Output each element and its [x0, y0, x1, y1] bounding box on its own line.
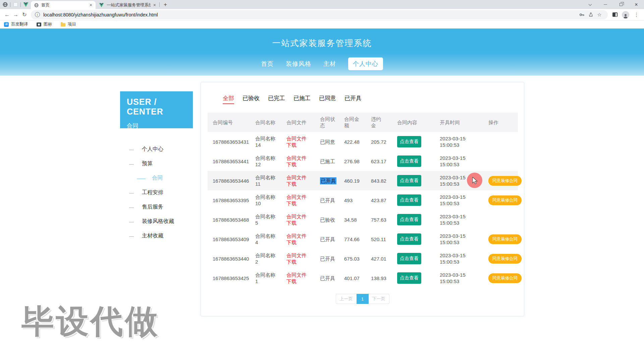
view-contract-button[interactable]: 点击查看 [397, 272, 421, 284]
agree-contract-button[interactable]: 同意装修合同 [488, 176, 522, 186]
browser-tab-home[interactable]: 首页 × [31, 1, 96, 9]
next-page-button[interactable]: 下一页 [369, 294, 389, 304]
browser-menu-icon[interactable]: ⋮ [632, 12, 641, 18]
nav-decoration-style[interactable]: 装修风格 [286, 60, 311, 68]
issue-time-text: 2023-03-15 15:00:53 [440, 174, 470, 187]
sidebar-item-personal-center[interactable]: —个人中心 [129, 142, 200, 156]
nav-main-material[interactable]: 主材 [323, 60, 336, 68]
view-contract-button[interactable]: 点击查看 [397, 155, 421, 167]
sidebar-item-style-favorites[interactable]: —装修风格收藏 [129, 214, 200, 229]
sidebar-item-after-sales[interactable]: —售后服务 [129, 200, 200, 214]
contract-file-download-link[interactable]: 合同文件下载 [286, 252, 310, 265]
table-row: 1678863653425合同名称 1合同文件下载已开具401.07138.93… [208, 268, 518, 288]
contract-file-download-link[interactable]: 合同文件下载 [286, 174, 310, 187]
agree-contract-button[interactable]: 同意装修合同 [488, 254, 522, 264]
password-key-icon[interactable] [578, 12, 586, 17]
view-contract-button[interactable]: 点击查看 [397, 194, 421, 206]
contract-id-text: 1678863653425 [213, 275, 249, 281]
prev-page-button[interactable]: 上一页 [336, 294, 357, 304]
nav-personal-center[interactable]: 个人中心 [348, 57, 383, 70]
contract-file-download-link[interactable]: 合同文件下载 [286, 272, 310, 284]
issue-time: 2023-03-15 15:00:53 [435, 233, 483, 245]
browser-tab-system[interactable]: 一站式家装服务管理系统 × [96, 1, 159, 9]
penalty-amount-text: 623.17 [371, 158, 386, 165]
contract-id-text: 1678863653409 [213, 236, 249, 242]
contract-name-text: 合同名称 12 [255, 155, 279, 168]
profile-avatar[interactable] [622, 11, 629, 18]
sidebar-item-contract[interactable]: ——合同 [137, 171, 200, 185]
contract-file-download-link[interactable]: 合同文件下载 [286, 155, 310, 168]
contract-file-download-link[interactable]: 合同文件下载 [286, 135, 310, 148]
filter-tab-in-construction[interactable]: 已施工 [293, 94, 311, 104]
bookmark-label: 项目 [68, 21, 76, 27]
issue-time: 2023-03-15 15:00:53 [435, 252, 483, 265]
contract-status: 已同意 [315, 139, 339, 145]
agree-contract-button[interactable]: 同意装修合同 [488, 273, 522, 283]
browser-toolbar: ← → ↻ i localhost:8080/yizhanshijiazhuan… [0, 9, 644, 20]
close-window-button[interactable]: × [629, 0, 644, 9]
share-icon[interactable] [586, 12, 595, 17]
minimize-button[interactable] [598, 0, 613, 9]
contract-status: 已开具 [315, 177, 339, 184]
filter-tab-agreed[interactable]: 已同意 [319, 94, 336, 104]
back-icon[interactable]: ← [3, 10, 11, 19]
column-header: 合同金额 [339, 113, 366, 132]
view-contract-button[interactable]: 点击查看 [397, 136, 421, 147]
filter-tab-all[interactable]: 全部 [223, 94, 234, 104]
blank-favicon[interactable] [10, 2, 20, 7]
new-tab-button[interactable]: + [164, 1, 167, 8]
nav-home[interactable]: 首页 [261, 60, 274, 68]
issue-time-text: 2023-03-15 15:00:53 [440, 213, 470, 226]
restore-button[interactable] [613, 0, 629, 9]
site-info-icon[interactable]: i [35, 12, 40, 17]
penalty-amount: 423.87 [366, 197, 392, 204]
globe-icon[interactable] [0, 2, 10, 7]
contract-status-text: 已同意 [320, 139, 335, 145]
contract-file-download-link[interactable]: 合同文件下载 [286, 233, 310, 245]
contract-id: 1678863653441 [208, 158, 250, 165]
filter-tab-issued[interactable]: 已开具 [344, 94, 362, 104]
cursor-highlight [467, 173, 482, 188]
tab-close-icon[interactable]: × [90, 3, 92, 7]
contract-id-text: 1678863653468 [213, 217, 249, 223]
forward-icon[interactable]: → [11, 10, 20, 19]
contract-status: 已验收 [315, 217, 339, 223]
menu-dash: — [129, 190, 142, 195]
filter-tab-completed[interactable]: 已完工 [268, 94, 285, 104]
sidebar-item-budget[interactable]: —预算 [129, 156, 200, 171]
bookmark-icons[interactable]: 图标 [37, 21, 52, 27]
bookmark-baidu-translate[interactable]: 译 百度翻译 [4, 21, 28, 27]
contract-file-download-link[interactable]: 合同文件下载 [286, 194, 310, 207]
penalty-amount-text: 427.01 [371, 256, 386, 262]
bookmark-project[interactable]: 项目 [61, 21, 76, 27]
bookmark-star-icon[interactable]: ☆ [595, 12, 604, 18]
url-text[interactable]: localhost:8080/yizhanshijiazhuangfuwu/fr… [43, 12, 578, 17]
image-icon [37, 22, 41, 27]
view-contract-button[interactable]: 点击查看 [397, 253, 421, 264]
sidebar-item-material-favorites[interactable]: —主材收藏 [129, 229, 200, 243]
contract-file-download-link[interactable]: 合同文件下载 [286, 213, 310, 226]
table-row: 1678863653441合同名称 12合同文件下载已施工276.98623.1… [208, 151, 518, 171]
contract-status: 已开具 [315, 275, 339, 281]
tab-search-chevron-icon[interactable] [582, 0, 598, 9]
tab-close-icon[interactable]: × [153, 3, 156, 7]
view-contract-button[interactable]: 点击查看 [397, 175, 421, 186]
contract-id: 1678863653425 [208, 275, 250, 281]
side-panel-icon[interactable] [610, 12, 619, 17]
current-page-button[interactable]: 1 [357, 294, 369, 304]
address-bar[interactable]: i localhost:8080/yizhanshijiazhuangfuwu/… [31, 10, 608, 19]
sidebar-item-engineering[interactable]: —工程安排 [129, 185, 200, 200]
vue-icon[interactable] [21, 2, 31, 7]
contract-id-text: 1678863653440 [213, 256, 249, 262]
watermark-text: 毕设代做 [21, 300, 160, 344]
agree-contract-button[interactable]: 同意装修合同 [488, 234, 522, 244]
penalty-amount: 205.72 [366, 139, 392, 145]
column-header: 合同状态 [315, 113, 339, 132]
reload-icon[interactable]: ↻ [20, 10, 29, 19]
contract-name-text: 合同名称 2 [255, 252, 279, 265]
contract-id-text: 1678863653395 [213, 197, 249, 204]
filter-tab-accepted[interactable]: 已验收 [243, 94, 260, 104]
view-contract-button[interactable]: 点击查看 [397, 233, 421, 245]
agree-contract-button[interactable]: 同意装修合同 [488, 195, 522, 205]
view-contract-button[interactable]: 点击查看 [397, 214, 421, 225]
